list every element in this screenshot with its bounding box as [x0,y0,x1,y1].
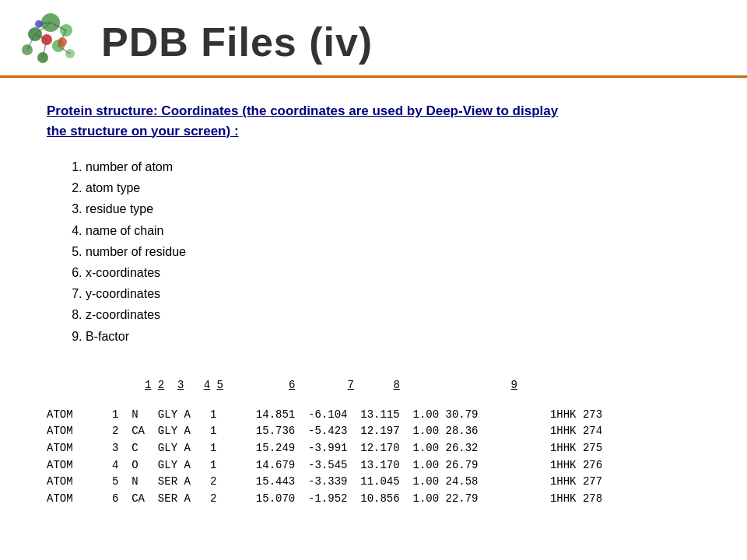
table-row: ATOM 4 O GLY A 1 14.679 -3.545 13.170 1.… [47,457,700,474]
table-row: ATOM 5 N SER A 2 15.443 -3.339 11.045 1.… [47,474,700,491]
data-table: 1 2 3 4 5 6 7 8 9 ATOM 1 N GLY A 1 14.85… [47,366,700,508]
list-items: number of atom atom type residue type na… [62,156,700,347]
list-item: atom type [86,177,700,198]
header: PDB Files (iv) [0,0,747,78]
list-item: B-factor [86,326,700,347]
coordinate-list: number of atom atom type residue type na… [62,156,700,347]
molecular-logo-icon [8,7,93,77]
list-item: x-coordinates [86,262,700,283]
logo-area [8,7,93,77]
list-item: residue type [86,198,700,219]
column-headers: 1 2 3 4 5 6 7 8 9 [47,366,700,404]
main-content: Protein structure: Coordinates (the coor… [0,78,747,523]
section-heading: Protein structure: Coordinates (the coor… [47,101,700,141]
list-item: z-coordinates [86,304,700,325]
page-title: PDB Files (iv) [101,19,373,65]
list-item: name of chain [86,220,700,241]
table-row: ATOM 1 N GLY A 1 14.851 -6.104 13.115 1.… [47,407,700,424]
list-item: y-coordinates [86,283,700,304]
table-row: ATOM 6 CA SER A 2 15.070 -1.952 10.856 1… [47,491,700,508]
list-item: number of atom [86,156,700,177]
subtitle-line1: Protein structure: Coordinates (the coor… [47,103,558,118]
list-item: number of residue [86,241,700,262]
subtitle-line2: the structure on your screen) : [47,124,239,138]
table-row: ATOM 2 CA GLY A 1 15.736 -5.423 12.197 1… [47,423,700,440]
table-row: ATOM 3 C GLY A 1 15.249 -3.991 12.170 1.… [47,440,700,457]
